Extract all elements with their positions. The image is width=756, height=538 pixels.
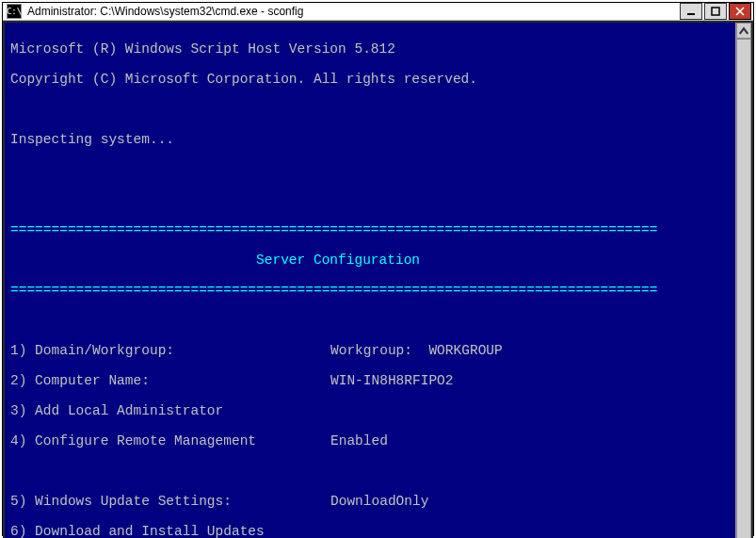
menu-item: 3) Add Local Administrator: [10, 403, 730, 418]
header-line-2: Copyright (C) Microsoft Corporation. All…: [10, 72, 730, 87]
titlebar: C:\ Administrator: C:\Windows\system32\c…: [3, 3, 753, 21]
scroll-track[interactable]: [736, 39, 751, 538]
client-area: Microsoft (R) Windows Script Host Versio…: [3, 21, 753, 538]
window-title: Administrator: C:\Windows\system32\cmd.e…: [27, 5, 680, 18]
menu-item: 6) Download and Install Updates: [10, 524, 730, 538]
close-button[interactable]: [729, 3, 751, 20]
menu-item: 5) Windows Update Settings:DownloadOnly: [10, 494, 730, 509]
header-line-1: Microsoft (R) Windows Script Host Versio…: [10, 41, 730, 57]
close-icon: [735, 7, 745, 16]
minimize-button[interactable]: [680, 3, 702, 20]
window-buttons: [680, 3, 751, 20]
inspecting-line: Inspecting system...: [10, 132, 730, 147]
menu-item: 2) Computer Name:WIN-IN8H8RFIPO2: [10, 373, 730, 388]
maximize-button[interactable]: [704, 3, 727, 20]
minimize-icon: [686, 7, 696, 16]
divider-top: ========================================…: [10, 222, 730, 237]
menu-item: 4) Configure Remote ManagementEnabled: [10, 433, 730, 448]
scroll-up-button[interactable]: [736, 23, 751, 39]
menu-item: 1) Domain/Workgroup:Workgroup: WORKGROUP: [10, 343, 730, 358]
scroll-thumb[interactable]: [736, 39, 751, 538]
svg-rect-1: [712, 8, 719, 15]
console-output[interactable]: Microsoft (R) Windows Script Host Versio…: [5, 23, 735, 538]
divider-bottom: ========================================…: [10, 283, 730, 298]
vertical-scrollbar[interactable]: [735, 23, 751, 538]
config-title: Server Configuration: [10, 253, 730, 268]
chevron-up-icon: [737, 24, 750, 38]
cmd-window: C:\ Administrator: C:\Windows\system32\c…: [2, 2, 754, 536]
maximize-icon: [711, 7, 720, 16]
cmd-icon: C:\: [7, 4, 22, 19]
